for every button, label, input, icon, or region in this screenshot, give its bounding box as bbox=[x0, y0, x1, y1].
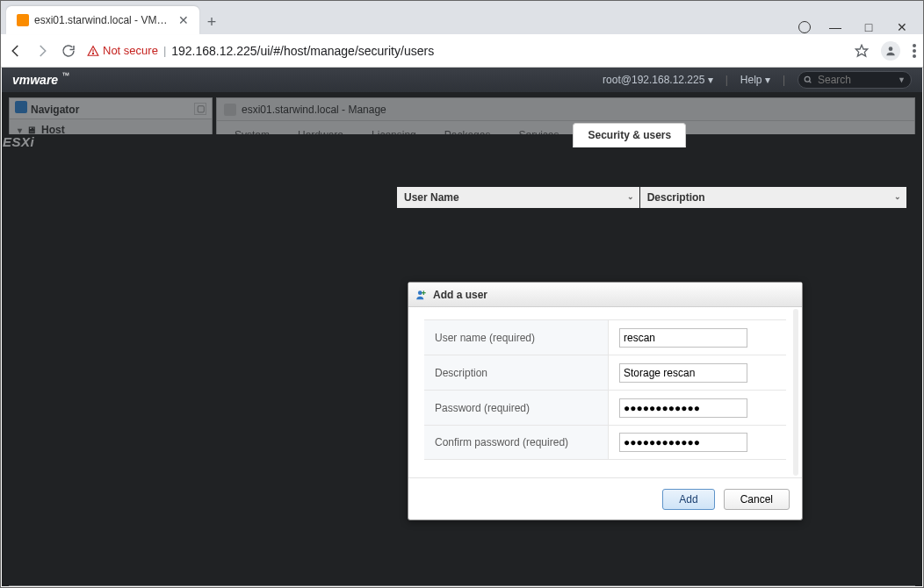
window-minimize-button[interactable]: — bbox=[827, 20, 844, 34]
global-search[interactable]: ▼ bbox=[798, 71, 912, 89]
profile-avatar-icon[interactable] bbox=[881, 41, 900, 61]
incognito-icon bbox=[798, 21, 811, 33]
brand: vmware ESXi ™ bbox=[12, 73, 69, 87]
svg-rect-16 bbox=[422, 292, 426, 293]
svg-point-3 bbox=[889, 47, 893, 51]
browser-addressbar: Not secure | 192.168.12.225/ui/#/host/ma… bbox=[1, 34, 923, 68]
input-password[interactable] bbox=[619, 398, 747, 418]
chevron-down-icon[interactable]: ▼ bbox=[898, 75, 906, 84]
dialog-scrollbar[interactable] bbox=[793, 309, 798, 476]
svg-marker-2 bbox=[855, 45, 867, 56]
sort-chevron-icon: ⌄ bbox=[894, 192, 901, 201]
bookmark-star-icon[interactable] bbox=[855, 44, 869, 58]
svg-point-7 bbox=[805, 76, 810, 82]
url-region[interactable]: Not secure | 192.168.12.225/ui/#/host/ma… bbox=[87, 44, 844, 58]
svg-point-14 bbox=[418, 290, 422, 295]
not-secure-label: Not secure bbox=[103, 44, 158, 57]
browser-tabbar: esxi01.starwind.local - VMware E ✕ + — □… bbox=[1, 1, 923, 34]
label-password: Password (required) bbox=[424, 391, 609, 425]
col-description[interactable]: Description⌄ bbox=[639, 187, 906, 209]
input-username[interactable] bbox=[619, 328, 747, 348]
window-maximize-button[interactable]: □ bbox=[860, 20, 877, 34]
not-secure-indicator[interactable]: Not secure bbox=[87, 44, 158, 57]
svg-point-5 bbox=[913, 49, 916, 53]
label-description: Description bbox=[424, 355, 609, 390]
add-user-icon bbox=[415, 289, 428, 301]
esxi-topbar: vmware ESXi ™ root@192.168.12.225 ▾ | He… bbox=[2, 68, 922, 92]
close-tab-icon[interactable]: ✕ bbox=[178, 13, 189, 27]
svg-line-8 bbox=[809, 81, 811, 82]
dialog-cancel-button[interactable]: Cancel bbox=[724, 489, 790, 510]
svg-point-4 bbox=[913, 44, 916, 47]
nav-reload-button[interactable] bbox=[61, 43, 76, 59]
nav-forward-button[interactable] bbox=[34, 43, 50, 59]
dialog-title: Add a user bbox=[408, 283, 802, 307]
add-user-dialog: Add a user User name (required) Descript… bbox=[408, 282, 803, 520]
search-icon bbox=[804, 75, 812, 84]
favicon-icon bbox=[17, 14, 29, 26]
browser-tab[interactable]: esxi01.starwind.local - VMware E ✕ bbox=[6, 6, 199, 34]
input-confirm-password[interactable] bbox=[619, 433, 747, 452]
warning-triangle-icon bbox=[87, 45, 99, 57]
dialog-add-button[interactable]: Add bbox=[662, 489, 714, 510]
url-text: 192.168.12.225/ui/#/host/manage/security… bbox=[171, 44, 434, 58]
label-username: User name (required) bbox=[424, 320, 609, 355]
svg-point-6 bbox=[913, 54, 916, 58]
esxi-app: vmware ESXi ™ root@192.168.12.225 ▾ | He… bbox=[2, 68, 922, 586]
sort-chevron-icon: ⌄ bbox=[627, 192, 634, 201]
tab-title: esxi01.starwind.local - VMware E bbox=[34, 14, 173, 26]
topbar-user[interactable]: root@192.168.12.225 ▾ bbox=[603, 74, 713, 86]
topbar-help[interactable]: Help ▾ bbox=[740, 74, 770, 86]
new-tab-button[interactable]: + bbox=[199, 10, 224, 34]
window-close-button[interactable]: ✕ bbox=[893, 20, 911, 34]
col-username[interactable]: User Name⌄ bbox=[397, 187, 640, 209]
browser-menu-icon[interactable] bbox=[913, 44, 916, 58]
label-confirm-password: Confirm password (required) bbox=[424, 426, 609, 459]
svg-point-1 bbox=[92, 53, 93, 54]
tab-security-users[interactable]: Security & users bbox=[573, 123, 686, 147]
global-search-input[interactable] bbox=[816, 73, 886, 87]
nav-back-button[interactable] bbox=[8, 43, 24, 59]
input-description[interactable] bbox=[619, 363, 747, 383]
